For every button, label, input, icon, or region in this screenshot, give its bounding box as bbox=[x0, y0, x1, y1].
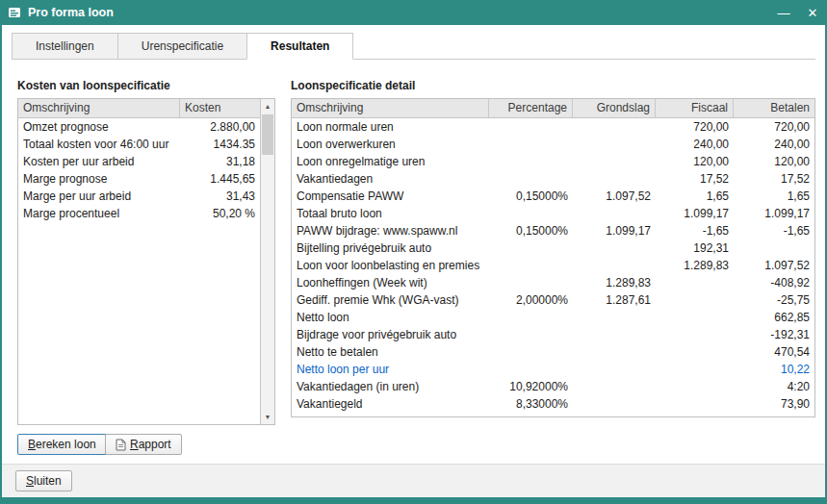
cell-betalen: 470,54 bbox=[734, 343, 814, 361]
table-row[interactable]: Vakantiegeld8,33000%73,90 bbox=[292, 395, 814, 413]
cell-percentage bbox=[489, 118, 573, 136]
table-row[interactable]: Vakantiedagen17,5217,52 bbox=[292, 170, 814, 188]
cell-fiscaal: 1.099,17 bbox=[656, 205, 734, 222]
table-row[interactable]: Loonheffingen (Week wit)1.289,83-408,92 bbox=[292, 274, 814, 291]
tab-urenspecificatie[interactable]: Urenspecificatie bbox=[117, 33, 247, 60]
cell-betalen: -192,31 bbox=[734, 326, 814, 343]
bereken-rest: ereken loon bbox=[36, 438, 96, 451]
cell-kosten: 31,18 bbox=[180, 153, 260, 170]
table-row[interactable]: Loon overwerkuren240,00240,00 bbox=[292, 136, 814, 153]
cell-betalen: 1.097,52 bbox=[734, 257, 814, 274]
cell-omschrijving: Vakantiedagen (in uren) bbox=[292, 378, 489, 395]
column-header-fiscaal: Fiscaal bbox=[656, 99, 734, 117]
table-row[interactable]: Loon voor loonbelasting en premies1.289,… bbox=[292, 257, 814, 274]
table-row[interactable]: Loon onregelmatige uren120,00120,00 bbox=[292, 153, 814, 170]
cell-betalen: 240,00 bbox=[734, 136, 814, 153]
rapport-button[interactable]: Rapport bbox=[105, 434, 182, 455]
cell-omschrijving: Compensatie PAWW bbox=[292, 188, 489, 205]
table-row[interactable]: Marge per uur arbeid31,43 bbox=[18, 188, 260, 205]
dialog-content: Instellingen Urenspecificatie Resultaten… bbox=[2, 25, 825, 497]
cell-omschrijving: Totaal bruto loon bbox=[292, 205, 489, 222]
cell-grondslag: 1.289,83 bbox=[573, 274, 656, 291]
kosten-table: Omschrijving Kosten Omzet prognose2.880,… bbox=[17, 98, 275, 425]
table-row[interactable]: Vakantiedagen (in uren)10,92000%4:20 bbox=[292, 378, 814, 395]
cell-fiscaal bbox=[656, 343, 734, 361]
minimize-button[interactable]: — bbox=[769, 0, 798, 25]
cell-betalen: 662,85 bbox=[734, 309, 814, 326]
cell-percentage bbox=[489, 309, 573, 326]
cell-betalen: 720,00 bbox=[734, 118, 814, 136]
column-header-betalen: Betalen bbox=[734, 99, 814, 117]
cell-omschrijving: Netto loon bbox=[292, 309, 489, 326]
cell-betalen: 1,65 bbox=[734, 188, 814, 205]
table-row[interactable]: Loon normale uren720,00720,00 bbox=[292, 118, 814, 136]
scrollbar-thumb[interactable] bbox=[262, 114, 273, 155]
close-button[interactable]: ✕ bbox=[798, 0, 827, 25]
cell-betalen: -25,75 bbox=[734, 291, 814, 309]
kosten-table-header: Omschrijving Kosten bbox=[18, 99, 260, 118]
cell-percentage bbox=[489, 170, 573, 188]
tab-resultaten[interactable]: Resultaten bbox=[246, 33, 353, 60]
scroll-down-icon[interactable]: ▼ bbox=[261, 410, 274, 424]
title-bar: Pro forma loon — ✕ bbox=[0, 0, 827, 25]
cell-fiscaal: -1,65 bbox=[656, 222, 734, 239]
report-icon bbox=[116, 439, 126, 451]
table-row[interactable]: Netto te betalen470,54 bbox=[292, 343, 814, 361]
cell-betalen: -1,65 bbox=[734, 222, 814, 239]
dialog-footer: Sluiten bbox=[2, 464, 825, 497]
cell-percentage: 0,15000% bbox=[489, 188, 573, 205]
table-row[interactable]: Compensatie PAWW0,15000%1.097,521,651,65 bbox=[292, 188, 814, 205]
cell-betalen: 4:20 bbox=[734, 378, 814, 395]
rapport-accel: R bbox=[130, 438, 139, 451]
cell-kosten: 31,43 bbox=[180, 188, 260, 205]
table-row[interactable]: PAWW bijdrage: www.spaww.nl0,15000%1.099… bbox=[292, 222, 814, 239]
cell-kosten: 50,20 % bbox=[180, 205, 260, 222]
cell-grondslag bbox=[573, 378, 656, 395]
bereken-loon-button[interactable]: Bereken loon bbox=[17, 434, 107, 455]
kosten-table-body: Omzet prognose2.880,00Totaal kosten voor… bbox=[18, 118, 260, 424]
cell-percentage bbox=[489, 136, 573, 153]
table-row[interactable]: Gediff. premie Whk (WGA-vast)2,00000%1.2… bbox=[292, 291, 814, 309]
table-row[interactable]: Netto loon662,85 bbox=[292, 309, 814, 326]
table-row[interactable]: Totaal bruto loon1.099,171.099,17 bbox=[292, 205, 814, 222]
cell-fiscaal: 17,52 bbox=[656, 170, 734, 188]
table-row[interactable]: Bijtelling privégebruik auto192,31 bbox=[292, 239, 814, 257]
cell-betalen: 120,00 bbox=[734, 153, 814, 170]
tab-instellingen[interactable]: Instellingen bbox=[12, 33, 118, 60]
cell-grondslag bbox=[573, 343, 656, 361]
table-row[interactable]: Bijdrage voor privégebruik auto-192,31 bbox=[292, 326, 814, 343]
cell-grondslag: 1.287,61 bbox=[573, 291, 656, 309]
column-header-omschrijving: Omschrijving bbox=[292, 99, 489, 117]
cell-fiscaal bbox=[656, 361, 734, 378]
cell-fiscaal bbox=[656, 395, 734, 413]
sluiten-button[interactable]: Sluiten bbox=[15, 470, 72, 491]
vertical-scrollbar[interactable]: ▲ ▼ bbox=[260, 99, 274, 424]
table-row[interactable]: Marge procentueel50,20 % bbox=[18, 205, 260, 222]
dialog-window: Pro forma loon — ✕ Instellingen Urenspec… bbox=[0, 0, 827, 504]
bereken-loon-label: Bereken loon bbox=[28, 438, 96, 451]
window-title: Pro forma loon bbox=[28, 6, 114, 19]
cell-omschrijving: Kosten per uur arbeid bbox=[18, 153, 180, 170]
table-row[interactable]: Kosten per uur arbeid31,18 bbox=[18, 153, 260, 170]
window-controls: — ✕ bbox=[769, 0, 827, 25]
column-header-percentage: Percentage bbox=[489, 99, 573, 117]
cell-grondslag bbox=[573, 361, 656, 378]
cell-fiscaal bbox=[656, 274, 734, 291]
table-row[interactable]: Totaal kosten voor 46:00 uur1434.35 bbox=[18, 136, 260, 153]
cell-fiscaal: 240,00 bbox=[656, 136, 734, 153]
cell-omschrijving: Loon voor loonbelasting en premies bbox=[292, 257, 489, 274]
table-row[interactable]: Marge prognose1.445,65 bbox=[18, 170, 260, 188]
cell-percentage bbox=[489, 326, 573, 343]
table-row[interactable]: Omzet prognose2.880,00 bbox=[18, 118, 260, 136]
cell-percentage bbox=[489, 257, 573, 274]
cell-kosten: 2.880,00 bbox=[180, 118, 260, 136]
scroll-up-icon[interactable]: ▲ bbox=[261, 99, 274, 113]
cell-percentage bbox=[489, 343, 573, 361]
cell-omschrijving: Vakantiegeld bbox=[292, 395, 489, 413]
cell-grondslag bbox=[573, 395, 656, 413]
cell-grondslag: 1.099,17 bbox=[573, 222, 656, 239]
table-row[interactable]: Netto loon per uur10,22 bbox=[292, 361, 814, 378]
cell-fiscaal bbox=[656, 378, 734, 395]
cell-omschrijving: PAWW bijdrage: www.spaww.nl bbox=[292, 222, 489, 239]
column-header-grondslag: Grondslag bbox=[573, 99, 656, 117]
